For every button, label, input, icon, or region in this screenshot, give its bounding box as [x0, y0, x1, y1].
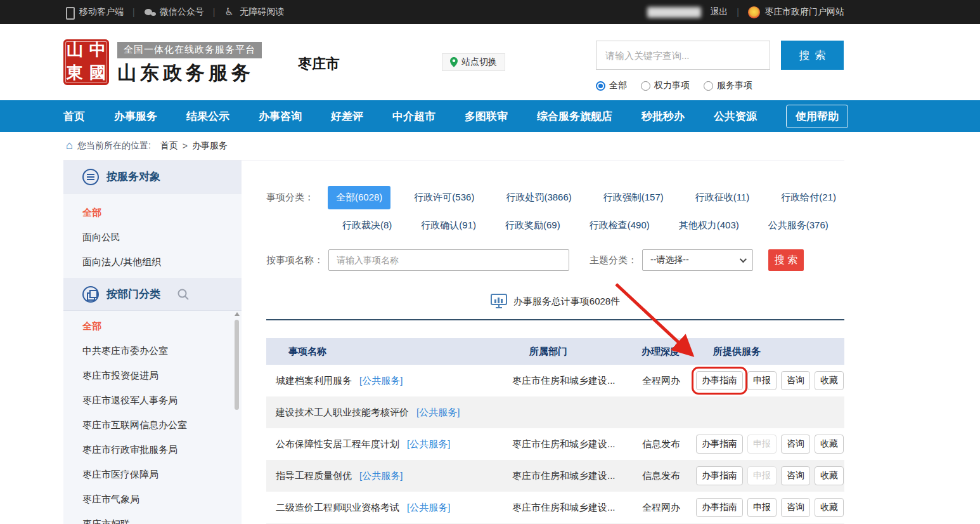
search-scope-radio[interactable]: 权力事项 — [641, 80, 690, 91]
sidebar-scrollbar[interactable] — [234, 312, 240, 523]
logout-link[interactable]: 退出 — [710, 6, 728, 18]
topbar-separator: | — [737, 7, 739, 17]
site-switch-label: 站点切换 — [461, 56, 497, 68]
category-tab[interactable]: 行政给付(21) — [773, 186, 844, 209]
portal-link[interactable]: 枣庄市政府门户网站 — [748, 6, 844, 18]
service-item-depth: 信息发布 — [633, 470, 696, 482]
sidebar-item[interactable]: 枣庄市退役军人事务局 — [63, 388, 242, 412]
topic-category-select[interactable]: --请选择-- — [642, 249, 753, 271]
breadcrumb: 您当前所在的位置: 首页 > 办事服务 — [0, 132, 980, 160]
category-tab[interactable]: 行政处罚(3866) — [498, 186, 579, 209]
service-item-tag-link[interactable]: [公共服务] — [359, 470, 403, 482]
nav-help-button[interactable]: 使用帮助 — [786, 105, 848, 128]
service-action-button[interactable]: 收藏 — [815, 498, 844, 517]
nav-item[interactable]: 公共资源 — [714, 109, 757, 124]
topbar-link[interactable]: 无障碍阅读 — [224, 6, 284, 18]
sidebar-item[interactable]: 面向公民 — [63, 225, 242, 249]
breadcrumb-separator: > — [183, 141, 188, 151]
portal-link-label: 枣庄市政府门户网站 — [764, 6, 844, 18]
service-action-button[interactable]: 收藏 — [815, 466, 844, 485]
search-scope-radio[interactable]: 服务事项 — [704, 80, 752, 91]
nav-item[interactable]: 办事服务 — [114, 109, 157, 124]
item-name-input[interactable] — [328, 249, 569, 271]
service-item-name: 指导工程质量创优 — [276, 470, 352, 482]
nav-item[interactable]: 结果公示 — [186, 109, 229, 124]
sidebar-search-icon[interactable] — [177, 288, 190, 301]
site-switch-button[interactable]: 站点切换 — [442, 53, 505, 71]
category-tab[interactable]: 其他权力(403) — [679, 216, 739, 235]
site-header: 山 中 東 國 全国一体化在线政务服务平台 山东政务服务 枣庄市 站点切换 搜索… — [0, 24, 980, 100]
service-item-tag-link[interactable]: [公共服务] — [416, 407, 460, 419]
topbar-link-label: 微信公众号 — [160, 6, 204, 18]
service-item-name: 二级造价工程师职业资格考试 — [276, 502, 399, 514]
category-tab[interactable]: 行政裁决(8) — [342, 216, 392, 235]
sidebar-item[interactable]: 枣庄市医疗保障局 — [63, 462, 242, 487]
category-tab[interactable]: 全部(6028) — [328, 186, 390, 209]
department-list: 全部 中共枣庄市委办公室 枣庄市投资促进局 枣庄市退役军人事务局 枣庄市互联网信… — [63, 313, 242, 524]
service-action-button[interactable]: 申报 — [747, 371, 777, 390]
sidebar-item[interactable]: 全部 — [63, 313, 242, 338]
sidebar-item[interactable]: 枣庄市互联网信息办公室 — [63, 412, 242, 437]
breadcrumb-current[interactable]: 办事服务 — [192, 140, 228, 152]
item-search-button[interactable]: 搜 索 — [768, 249, 804, 271]
service-action-button[interactable]: 咨询 — [781, 466, 810, 485]
item-search-row: 按事项名称： 主题分类： --请选择-- 搜 索 — [266, 249, 844, 271]
scrollbar-thumb[interactable] — [235, 320, 239, 410]
nav-item[interactable]: 综合服务旗舰店 — [537, 109, 612, 124]
nav-item[interactable]: 秒批秒办 — [642, 109, 685, 124]
topbar-link[interactable]: 微信公众号 — [144, 6, 204, 18]
service-action-button[interactable]: 申报 — [747, 498, 777, 517]
category-tab[interactable]: 行政检查(490) — [590, 216, 650, 235]
service-action-button[interactable]: 咨询 — [781, 435, 810, 454]
nav-item[interactable]: 多图联审 — [465, 109, 508, 124]
search-scope-radio[interactable]: 全部 — [596, 80, 627, 91]
nav-item[interactable]: 办事咨询 — [259, 109, 302, 124]
sidebar-item[interactable]: 枣庄市投资促进局 — [63, 363, 242, 388]
nav-item[interactable]: 中介超市 — [392, 109, 435, 124]
nav-item[interactable]: 好差评 — [331, 109, 363, 124]
service-action-button[interactable]: 办事指南 — [696, 371, 743, 390]
category-tab[interactable]: 行政许可(536) — [406, 186, 482, 209]
seal-char: 國 — [86, 62, 109, 85]
services-table: 事项名称 所属部门 办理深度 所提供服务 城建档案利用服务 [公共服务] 枣庄市… — [266, 338, 844, 524]
service-action-button[interactable]: 办事指南 — [696, 466, 743, 485]
category-tab[interactable]: 行政征收(11) — [687, 186, 758, 209]
topbar-right: 退出 | 枣庄市政府门户网站 — [647, 6, 844, 18]
service-action-button[interactable]: 咨询 — [781, 498, 810, 517]
sidebar-item[interactable]: 面向法人/其他组织 — [63, 249, 242, 274]
category-tab[interactable]: 行政奖励(69) — [505, 216, 560, 235]
service-action-button[interactable]: 办事指南 — [696, 435, 743, 454]
shandong-seal-logo: 山 中 東 國 — [63, 39, 109, 85]
keyword-search-input[interactable] — [596, 41, 770, 70]
category-tab[interactable]: 行政确认(91) — [421, 216, 476, 235]
table-top-divider — [266, 319, 844, 320]
service-item-tag-link[interactable]: [公共服务] — [359, 375, 403, 387]
sidebar-item[interactable]: 中共枣庄市委办公室 — [63, 338, 242, 363]
sidebar-item[interactable]: 全部 — [63, 200, 242, 225]
service-action-button[interactable]: 咨询 — [781, 371, 810, 390]
sidebar-section-title: 按部门分类 — [106, 287, 160, 301]
category-tab[interactable]: 公共服务(376) — [768, 216, 828, 235]
service-item-name: 建设技术工人职业技能考核评价 — [276, 407, 409, 419]
topbar-link[interactable]: 移动客户端 — [63, 6, 124, 18]
city-name: 枣庄市 — [298, 55, 340, 74]
scrollbar-up-arrow-icon[interactable] — [235, 312, 240, 316]
table-row: 建设技术工人职业技能考核评价 [公共服务] — [266, 396, 844, 428]
breadcrumb-home-link[interactable]: 首页 — [160, 140, 178, 152]
sidebar-item[interactable]: 枣庄市行政审批服务局 — [63, 437, 242, 462]
header-search-button[interactable]: 搜索 — [781, 41, 844, 70]
service-item-tag-link[interactable]: [公共服务] — [407, 502, 450, 514]
service-action-button[interactable]: 收藏 — [815, 435, 844, 454]
platform-tag: 全国一体化在线政务服务平台 — [117, 42, 262, 58]
service-action-button[interactable]: 申报 — [747, 466, 777, 485]
service-action-button[interactable]: 收藏 — [815, 371, 844, 390]
service-action-button[interactable]: 办事指南 — [696, 498, 743, 517]
sidebar-item[interactable]: 枣庄市妇联 — [63, 511, 242, 524]
category-tab[interactable]: 行政强制(157) — [595, 186, 672, 209]
sidebar-item[interactable]: 枣庄市气象局 — [63, 487, 242, 511]
nav-item[interactable]: 首页 — [63, 109, 85, 124]
service-action-button[interactable]: 申报 — [747, 435, 777, 454]
service-item-tag-link[interactable]: [公共服务] — [407, 438, 450, 450]
search-scope-radios: 全部 权力事项 服务事项 — [596, 80, 752, 91]
content-area: 按服务对象 全部 面向公民 面向法人/其他组织 按部门分类 — [63, 160, 844, 524]
